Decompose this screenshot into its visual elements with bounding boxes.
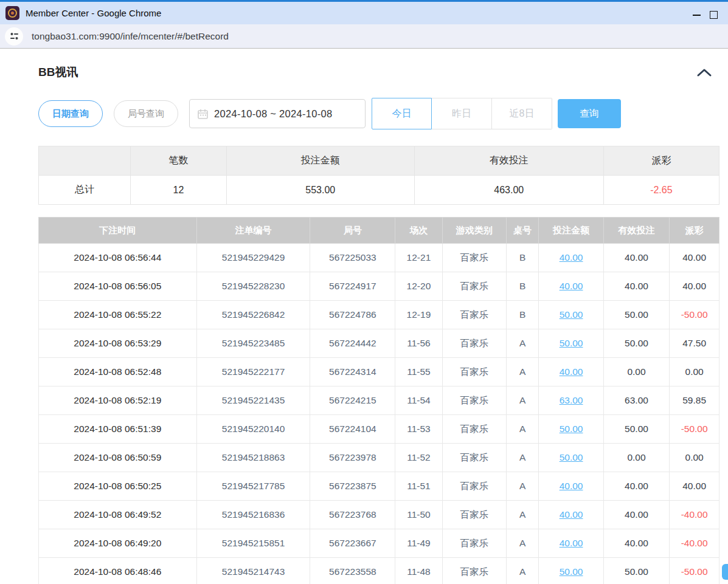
cell-game-type: 百家乐 [442, 472, 506, 501]
bet-amount-link[interactable]: 50.00 [560, 309, 583, 320]
cell-valid-bet: 50.00 [603, 301, 670, 329]
cell-bet-amount: 63.00 [539, 386, 603, 415]
search-button[interactable]: 查询 [558, 99, 621, 128]
calendar-icon [198, 109, 208, 119]
table-row: 2024-10-08 06:52:19 521945221435 5672242… [39, 386, 719, 415]
table-row: 2024-10-08 06:49:52 521945216836 5672237… [39, 501, 719, 529]
col-header-bet-time: 下注时间 [39, 218, 197, 244]
cell-game-type: 百家乐 [442, 529, 506, 558]
cell-session: 11-51 [395, 472, 442, 501]
date-query-tab[interactable]: 日期查询 [38, 100, 103, 127]
cell-bet-time: 2024-10-08 06:50:59 [39, 444, 197, 472]
cell-payout: 0.00 [670, 444, 719, 472]
date-range-picker[interactable]: 2024-10-08 ~ 2024-10-08 [189, 99, 366, 128]
bet-amount-link[interactable]: 50.00 [560, 338, 583, 348]
cell-bet-amount: 40.00 [539, 529, 603, 558]
url-text[interactable]: tongbao31.com:9900/infe/mcenter/#/betRec… [32, 31, 229, 42]
cell-bet-time: 2024-10-08 06:55:22 [39, 301, 197, 329]
cell-bet-time: 2024-10-08 06:52:19 [39, 386, 197, 415]
cell-bet-id: 521945216836 [196, 501, 310, 529]
cell-round: 567223558 [310, 558, 395, 584]
chevron-up-icon [696, 68, 712, 77]
bet-amount-link[interactable]: 40.00 [560, 252, 583, 263]
col-header-round: 局号 [310, 218, 395, 244]
summary-header-count: 笔数 [131, 146, 227, 176]
date-range-value: 2024-10-08 ~ 2024-10-08 [214, 108, 333, 120]
tune-icon [9, 31, 19, 41]
bet-amount-link[interactable]: 40.00 [560, 366, 583, 377]
cell-bet-id: 521945220140 [196, 415, 310, 444]
cell-table-no: A [506, 529, 539, 558]
cell-table-no: A [506, 444, 539, 472]
cell-bet-amount: 40.00 [539, 501, 603, 529]
cell-payout: 47.50 [670, 329, 719, 358]
cell-valid-bet: 40.00 [603, 472, 670, 501]
yesterday-button[interactable]: 昨日 [432, 98, 492, 129]
minimize-icon [693, 15, 701, 16]
cell-payout: -40.00 [670, 529, 719, 558]
bet-amount-link[interactable]: 40.00 [560, 481, 583, 491]
minimize-button[interactable] [683, 4, 710, 26]
bet-amount-link[interactable]: 40.00 [560, 281, 583, 291]
cell-bet-amount: 50.00 [539, 558, 603, 584]
table-row: 2024-10-08 06:48:46 521945214743 5672235… [39, 558, 719, 584]
cell-bet-amount: 40.00 [539, 244, 603, 272]
cell-session: 11-48 [395, 558, 442, 584]
table-row: 2024-10-08 06:55:22 521945226842 5672247… [39, 301, 719, 329]
cell-payout: 40.00 [670, 472, 719, 501]
table-row: 2024-10-08 06:53:29 521945223485 5672244… [39, 329, 719, 358]
summary-total-row: 总计 12 553.00 463.00 -2.65 [39, 176, 719, 205]
cell-valid-bet: 63.00 [603, 386, 670, 415]
bet-amount-link[interactable]: 50.00 [560, 452, 583, 462]
cell-bet-time: 2024-10-08 06:50:25 [39, 472, 197, 501]
window-titlebar: Member Center - Google Chrome [0, 0, 728, 24]
cell-round: 567224786 [310, 301, 395, 329]
summary-header-empty [39, 146, 131, 176]
cell-payout: 59.85 [670, 386, 719, 415]
round-query-tab[interactable]: 局号查询 [114, 100, 178, 127]
cell-game-type: 百家乐 [442, 558, 506, 584]
summary-header-valid-bet: 有效投注 [414, 146, 603, 176]
cell-payout: -40.00 [670, 501, 719, 529]
summary-total-valid-bet: 463.00 [414, 176, 603, 205]
cell-session: 11-53 [395, 415, 442, 444]
table-row: 2024-10-08 06:49:20 521945215851 5672236… [39, 529, 719, 558]
bet-amount-link[interactable]: 50.00 [560, 566, 583, 577]
cell-round: 567224442 [310, 329, 395, 358]
today-button[interactable]: 今日 [372, 98, 432, 129]
cell-valid-bet: 0.00 [603, 358, 670, 386]
bet-amount-link[interactable]: 50.00 [560, 424, 583, 434]
cell-round: 567224917 [310, 272, 395, 301]
cell-table-no: A [506, 358, 539, 386]
browser-window: Member Center - Google Chrome tongbao31.… [0, 0, 728, 584]
cell-round: 567223978 [310, 444, 395, 472]
summary-total-count: 12 [131, 176, 227, 205]
col-header-table-no: 桌号 [506, 218, 539, 244]
cell-bet-time: 2024-10-08 06:49:20 [39, 529, 197, 558]
site-settings-button[interactable] [5, 27, 23, 46]
cell-bet-id: 521945228230 [196, 272, 310, 301]
last-8-days-button[interactable]: 近8日 [492, 98, 552, 129]
collapse-section-button[interactable] [696, 68, 712, 77]
address-bar: tongbao31.com:9900/infe/mcenter/#/betRec… [0, 24, 728, 49]
floating-action-button-partial[interactable] [722, 564, 728, 580]
bet-amount-link[interactable]: 63.00 [560, 395, 583, 405]
cell-payout: 40.00 [670, 272, 719, 301]
bet-amount-link[interactable]: 40.00 [560, 509, 583, 520]
site-favicon-icon [5, 6, 19, 20]
maximize-button[interactable] [710, 4, 728, 26]
filter-toolbar: 日期查询 局号查询 2024-10-08 ~ 2024-10-08 今日 昨日 … [38, 98, 719, 129]
cell-table-no: B [506, 272, 539, 301]
page-content: BB视讯 日期查询 局号查询 2024-10-0 [0, 49, 728, 584]
cell-round: 567223768 [310, 501, 395, 529]
bet-amount-link[interactable]: 40.00 [560, 538, 583, 548]
records-header-row: 下注时间 注单编号 局号 场次 游戏类别 桌号 投注金额 有效投注 派彩 [39, 218, 719, 244]
table-row: 2024-10-08 06:56:44 521945229429 5672250… [39, 244, 719, 272]
table-row: 2024-10-08 06:51:39 521945220140 5672241… [39, 415, 719, 444]
cell-table-no: B [506, 244, 539, 272]
cell-session: 11-56 [395, 329, 442, 358]
cell-table-no: B [506, 301, 539, 329]
cell-payout: 0.00 [670, 358, 719, 386]
cell-bet-time: 2024-10-08 06:56:05 [39, 272, 197, 301]
cell-bet-time: 2024-10-08 06:48:46 [39, 558, 197, 584]
